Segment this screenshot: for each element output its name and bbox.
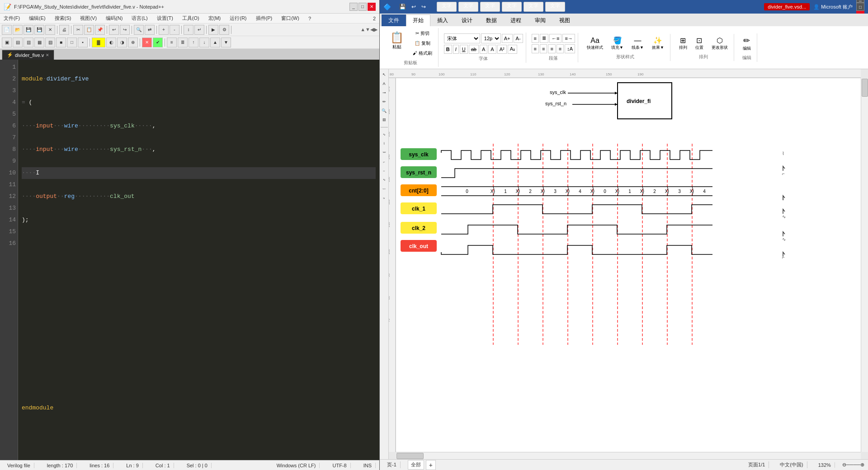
- visio-zoom-slider[interactable]: ⊖────⊕: [842, 462, 864, 468]
- visio-redo-btn[interactable]: ↪: [420, 3, 428, 11]
- menu-macro[interactable]: 宏(M): [207, 14, 223, 23]
- menu-search[interactable]: 搜索(S): [53, 14, 73, 23]
- tb2-more6[interactable]: ▼: [221, 38, 231, 47]
- tb2-ok[interactable]: ✔: [153, 38, 163, 47]
- increase-indent-btn[interactable]: ≡→: [562, 34, 575, 43]
- vt-btn-wave6[interactable]: ∿: [381, 176, 388, 183]
- save-button[interactable]: 💾: [24, 25, 33, 35]
- visio-fit-btn[interactable]: 全部: [408, 460, 424, 470]
- doc-tab-2[interactable]: 文字: [458, 2, 478, 12]
- undo-button[interactable]: ↩: [109, 25, 119, 35]
- menu-language[interactable]: 语言(L): [130, 14, 149, 23]
- change-shape-btn[interactable]: ⬡ 更改形状: [708, 35, 731, 52]
- fill-btn[interactable]: 🪣 填充▼: [608, 35, 627, 52]
- tb2-btn2[interactable]: ▤: [13, 38, 23, 47]
- paste-button[interactable]: 📌: [95, 25, 105, 35]
- tb2-btn4[interactable]: ▦: [34, 38, 44, 47]
- visio-canvas-area[interactable]: ↖ A ⊸ ✏ 🔍 ⊞ ∿ ⌇ ⌤ ⌐ ⌣ ∿ 〰 ≈ 80 90 100: [380, 69, 868, 459]
- tab-divider-five[interactable]: ⚡ divider_five.v ✕: [2, 50, 54, 60]
- visio-active-doc-tab[interactable]: divider_five.vsd...: [764, 3, 810, 10]
- pointer-tool[interactable]: ↖: [381, 71, 388, 78]
- vtab-process[interactable]: 进程: [504, 14, 528, 26]
- tb2-close-x[interactable]: ✕: [142, 38, 152, 47]
- vt-btn-wave8[interactable]: ≈: [381, 194, 388, 202]
- vt-btn-wave7[interactable]: 〰: [381, 185, 388, 193]
- vt-btn-wave1[interactable]: ∿: [381, 131, 388, 138]
- tb2-btn11[interactable]: ⊕: [128, 38, 138, 47]
- edit-btn[interactable]: ✏ 编辑: [740, 34, 754, 53]
- menu-window[interactable]: 窗口(W): [279, 14, 301, 23]
- numbering-btn[interactable]: ≣: [540, 34, 548, 43]
- vtab-view[interactable]: 视图: [552, 14, 577, 26]
- align-justify-btn[interactable]: ≡: [557, 44, 564, 53]
- font-color-btn[interactable]: A: [480, 45, 487, 54]
- visio-horizontal-scrollbar[interactable]: [396, 452, 861, 459]
- open-button[interactable]: 📂: [13, 25, 23, 35]
- vtab-data[interactable]: 数据: [479, 14, 504, 26]
- macro-button[interactable]: ⚙: [219, 25, 229, 35]
- v-scrollbar-thumb[interactable]: [862, 79, 868, 97]
- close-button[interactable]: ✕: [368, 3, 376, 11]
- find-button[interactable]: 🔍: [134, 25, 144, 35]
- tb2-btn6[interactable]: ■: [56, 38, 66, 47]
- menu-edit[interactable]: 编辑(E): [27, 14, 47, 23]
- save-all-button[interactable]: 💾: [34, 25, 44, 35]
- visio-drawing-canvas[interactable]: divider_fi sys_clk sys_rst_n: [396, 78, 861, 452]
- cut-button[interactable]: ✂ 剪切: [410, 29, 435, 38]
- tb2-highlight[interactable]: ▓: [92, 38, 105, 47]
- underline-button[interactable]: U: [460, 45, 468, 54]
- print-button[interactable]: 🖨: [59, 25, 69, 35]
- italic-button[interactable]: I: [453, 45, 459, 54]
- vt-btn-wave2[interactable]: ⌇: [381, 140, 388, 147]
- vt-btn-wave5[interactable]: ⌣: [381, 167, 388, 174]
- minimize-button[interactable]: _: [349, 3, 358, 11]
- doc-tab-6[interactable]: 文字: [545, 2, 565, 12]
- connect-tool[interactable]: ⊸: [381, 89, 388, 96]
- h-scrollbar-thumb[interactable]: [396, 453, 424, 459]
- copy-button[interactable]: 📋: [84, 25, 94, 35]
- visio-undo-btn[interactable]: ↩: [410, 3, 418, 11]
- tb2-btn7[interactable]: □: [67, 38, 77, 47]
- font-size-select[interactable]: 12pt: [481, 33, 501, 43]
- tb2-more4[interactable]: ↓: [199, 38, 209, 47]
- bold-button[interactable]: B: [444, 45, 452, 54]
- redo-button[interactable]: ↪: [120, 25, 130, 35]
- cut-button[interactable]: ✂: [73, 25, 83, 35]
- vtab-file[interactable]: 文件: [382, 14, 406, 26]
- tb2-btn8[interactable]: ▪: [78, 38, 88, 47]
- menu-tools[interactable]: 工具(O): [180, 14, 201, 23]
- increase-font-btn[interactable]: A+: [502, 34, 513, 43]
- quick-style-btn[interactable]: Aa 快速样式: [584, 35, 606, 52]
- tb2-btn9[interactable]: ◐: [106, 38, 116, 47]
- menu-settings[interactable]: 设置(T): [155, 14, 175, 23]
- zoom-in-button[interactable]: +: [159, 25, 169, 35]
- menu-view[interactable]: 视图(V): [78, 14, 99, 23]
- arrange-btn[interactable]: ⊞ 排列: [676, 35, 690, 52]
- font-highlight-btn[interactable]: A: [488, 45, 496, 54]
- tb2-more3[interactable]: ↑: [189, 38, 198, 47]
- tab-close-icon[interactable]: ✕: [46, 53, 49, 57]
- align-right-btn[interactable]: ≡: [548, 44, 555, 53]
- replace-button[interactable]: ⇄: [145, 25, 155, 35]
- align-left-btn[interactable]: ≡: [532, 44, 539, 53]
- new-button[interactable]: 📄: [2, 25, 12, 35]
- strikethrough-button[interactable]: ab: [469, 45, 479, 54]
- sync-scroll-button[interactable]: ↕: [184, 25, 193, 35]
- tb2-btn3[interactable]: ▥: [24, 38, 33, 47]
- pencil-tool[interactable]: ✏: [381, 98, 388, 105]
- menu-file[interactable]: 文件(F): [2, 14, 22, 23]
- menu-encoding[interactable]: 编码(N): [104, 14, 124, 23]
- tb2-btn1[interactable]: ▣: [2, 38, 12, 47]
- vt-btn-wave3[interactable]: ⌤: [381, 149, 388, 156]
- text-direction-btn[interactable]: ↕A: [565, 44, 575, 53]
- doc-tab-5[interactable]: 文字: [524, 2, 543, 12]
- code-editor[interactable]: 1 2 3 4 5 6 7 8 9 10 11 12 13 14 15 16 m…: [0, 60, 379, 460]
- vtab-home[interactable]: 开始: [406, 14, 430, 26]
- vtab-design[interactable]: 设计: [455, 14, 479, 26]
- visio-add-page-btn[interactable]: +: [426, 460, 436, 470]
- visio-save-btn[interactable]: 💾: [397, 3, 408, 11]
- tb2-more5[interactable]: ▲: [210, 38, 220, 47]
- subscript-btn[interactable]: A₂: [508, 45, 517, 54]
- doc-tab-4[interactable]: 文字: [502, 2, 522, 12]
- menu-help[interactable]: ?: [307, 15, 313, 22]
